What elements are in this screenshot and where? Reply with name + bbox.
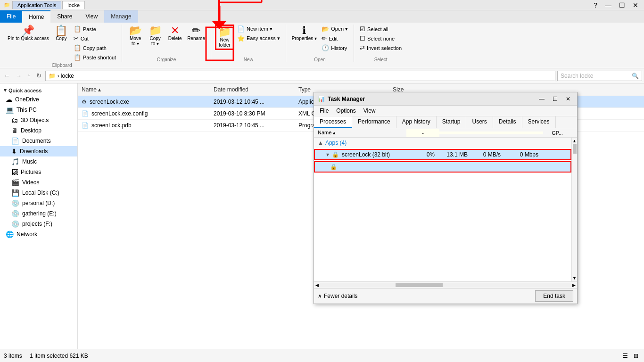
sidebar-item-downloads[interactable]: ⬇ Downloads bbox=[0, 146, 77, 156]
rename-button[interactable]: ✏ Rename bbox=[185, 25, 207, 42]
forward-button[interactable]: → bbox=[14, 71, 24, 80]
tm-tab-startup[interactable]: Startup bbox=[437, 116, 467, 128]
details-view-button[interactable]: ☰ bbox=[621, 352, 630, 360]
tm-hscroll-left[interactable]: ◀ bbox=[314, 283, 320, 288]
col-date[interactable]: Date modified bbox=[210, 85, 295, 94]
col-name[interactable]: Name ▴ bbox=[78, 85, 210, 94]
tm-subprocess-icon: 🔒 bbox=[330, 164, 337, 170]
tm-scrollbar-track[interactable] bbox=[572, 144, 577, 275]
edit-button[interactable]: ✏ Edit bbox=[320, 34, 350, 43]
copy-path-button[interactable]: 📋 Copy path bbox=[72, 43, 118, 52]
minimize-button[interactable]: — bbox=[603, 1, 613, 9]
address-path[interactable]: 📁 › locke bbox=[45, 71, 556, 81]
paste-button[interactable]: 📋 Paste bbox=[72, 25, 118, 33]
select-all-button[interactable]: ☑ Select all bbox=[358, 25, 404, 33]
tm-options-menu[interactable]: Options bbox=[332, 107, 359, 115]
search-box[interactable]: Search locke 🔍 bbox=[557, 71, 642, 81]
easy-access-button[interactable]: ⭐ Easy access ▾ bbox=[235, 34, 282, 43]
sidebar-item-3dobjects[interactable]: 🗂 3D Objects bbox=[0, 115, 77, 125]
tm-minimize-button[interactable]: — bbox=[537, 94, 547, 104]
back-button[interactable]: ← bbox=[2, 71, 12, 80]
pin-to-quick-access-button[interactable]: 📌 Pin to Quick access bbox=[6, 25, 51, 42]
tab-share[interactable]: Share bbox=[50, 10, 79, 23]
tab-home[interactable]: Home bbox=[22, 10, 50, 23]
new-folder-button[interactable]: 📁 Newfolder bbox=[215, 25, 234, 50]
tm-maximize-button[interactable]: ☐ bbox=[550, 94, 560, 104]
sidebar-item-onedrive[interactable]: ☁ OneDrive bbox=[0, 94, 77, 105]
tm-tab-users[interactable]: Users bbox=[466, 116, 493, 128]
invert-selection-button[interactable]: ⇄ Invert selection bbox=[358, 43, 404, 52]
file-date-screenlock-exe: 2019-03-12 10:45 ... bbox=[210, 98, 295, 106]
tm-scrollbar-thumb[interactable] bbox=[573, 144, 577, 154]
fewer-details-button[interactable]: ∧ Fewer details bbox=[318, 293, 357, 299]
sidebar-item-personald[interactable]: 💿 personal (D:) bbox=[0, 198, 77, 208]
maximize-button[interactable]: ☐ bbox=[617, 1, 627, 9]
app-tools-tab[interactable]: Application Tools bbox=[12, 1, 61, 9]
tm-tab-apphistory[interactable]: App history bbox=[396, 116, 437, 128]
end-task-button[interactable]: End task bbox=[535, 290, 573, 302]
tm-col-network[interactable] bbox=[505, 132, 543, 134]
sidebar-item-desktop[interactable]: 🖥 Desktop bbox=[0, 125, 77, 136]
sidebar-item-pictures[interactable]: 🖼 Pictures bbox=[0, 167, 77, 177]
tm-file-menu[interactable]: File bbox=[316, 107, 332, 115]
tm-col-disk[interactable] bbox=[472, 132, 505, 134]
tm-hscrollbar-thumb[interactable] bbox=[396, 283, 443, 287]
open-button[interactable]: 📂 Open ▾ bbox=[320, 25, 350, 33]
help-button[interactable]: ? bbox=[592, 1, 599, 9]
sidebar-item-projectsf[interactable]: 💿 projects (F:) bbox=[0, 219, 77, 229]
tm-col-gpu[interactable]: GP... bbox=[543, 129, 571, 137]
tm-screenlock-row[interactable]: ▾ 🔒 screenLock (32 bit) 0% 13.1 MB 0 MB/… bbox=[314, 149, 571, 160]
select-none-button[interactable]: ☐ Select none bbox=[358, 34, 404, 43]
close-button[interactable]: ✕ bbox=[631, 1, 640, 9]
history-button[interactable]: 🕐 History bbox=[320, 43, 350, 52]
tm-close-button[interactable]: ✕ bbox=[563, 94, 573, 104]
sidebar-item-gatheringe[interactable]: 💿 gathering (E:) bbox=[0, 208, 77, 219]
sidebar-item-music[interactable]: 🎵 Music bbox=[0, 156, 77, 167]
delete-button[interactable]: ✕ Delete bbox=[165, 25, 184, 42]
tab-file[interactable]: File bbox=[0, 10, 22, 23]
status-bar: 3 items 1 item selected 621 KB ☰ ⊞ bbox=[0, 349, 644, 362]
large-icons-view-button[interactable]: ⊞ bbox=[632, 352, 640, 360]
main-window-tab[interactable]: locke bbox=[62, 1, 85, 9]
tm-col-name[interactable]: Name ▴ bbox=[314, 128, 406, 137]
tm-tab-details[interactable]: Details bbox=[493, 116, 522, 128]
move-to-button[interactable]: 📂 Moveto ▾ bbox=[126, 25, 145, 47]
fewer-details-icon: ∧ bbox=[318, 293, 322, 299]
up-button[interactable]: ↑ bbox=[25, 71, 33, 80]
tm-screenlock-subrow[interactable]: 🔒 bbox=[314, 161, 571, 173]
tm-scrollbar[interactable]: ▲ ▼ bbox=[571, 138, 577, 281]
tm-scroll-down[interactable]: ▼ bbox=[572, 276, 577, 280]
properties-button[interactable]: ℹ Properties ▾ bbox=[290, 25, 319, 42]
sidebar-item-thispc[interactable]: 💻 This PC bbox=[0, 105, 77, 115]
tm-view-menu[interactable]: View bbox=[360, 107, 380, 115]
tm-tab-processes[interactable]: Processes bbox=[314, 116, 352, 128]
copy-to-button[interactable]: 📁 Copyto ▾ bbox=[146, 25, 165, 47]
exe-name: screenLock.exe bbox=[90, 99, 129, 105]
thispc-icon: 💻 bbox=[6, 106, 14, 114]
tm-tab-services[interactable]: Services bbox=[522, 116, 556, 128]
tm-hscrollbar-track[interactable] bbox=[320, 283, 571, 288]
tm-col-memory[interactable] bbox=[439, 132, 472, 134]
refresh-button[interactable]: ↻ bbox=[34, 71, 43, 80]
tab-manage[interactable]: Manage bbox=[104, 10, 138, 23]
copy-button-large[interactable]: 📋 Copy bbox=[52, 25, 71, 42]
clipboard-group: 📌 Pin to Quick access 📋 Copy 📋 Paste ✂ C… bbox=[2, 25, 122, 62]
sidebar-item-network[interactable]: 🌐 Network bbox=[0, 229, 77, 239]
cut-button[interactable]: ✂ Cut bbox=[72, 34, 118, 43]
new-item-button[interactable]: 📄 New item ▾ bbox=[235, 25, 282, 33]
status-items-count: 3 items 1 item selected 621 KB bbox=[4, 353, 88, 359]
tab-view[interactable]: View bbox=[79, 10, 104, 23]
sidebar-item-videos[interactable]: 🎬 Videos bbox=[0, 177, 77, 188]
pictures-label: Pictures bbox=[21, 169, 41, 175]
paste-icon: 📋 bbox=[74, 25, 81, 33]
tm-scroll-up[interactable]: ▲ bbox=[572, 139, 577, 143]
paste-shortcut-button[interactable]: 📋 Paste shortcut bbox=[72, 53, 118, 62]
tm-apps-group[interactable]: ▲ Apps (4) bbox=[314, 138, 571, 148]
new-folder-label: Newfolder bbox=[219, 37, 231, 48]
tm-col-cpu[interactable]: - bbox=[406, 129, 439, 137]
tm-hscroll-right[interactable]: ▶ bbox=[571, 283, 577, 288]
sidebar-item-localc[interactable]: 💾 Local Disk (C:) bbox=[0, 188, 77, 198]
tm-tab-performance[interactable]: Performance bbox=[352, 116, 396, 128]
sidebar-item-documents[interactable]: 📄 Documents bbox=[0, 136, 77, 146]
tm-hscrollbar[interactable]: ◀ ▶ bbox=[314, 281, 577, 288]
